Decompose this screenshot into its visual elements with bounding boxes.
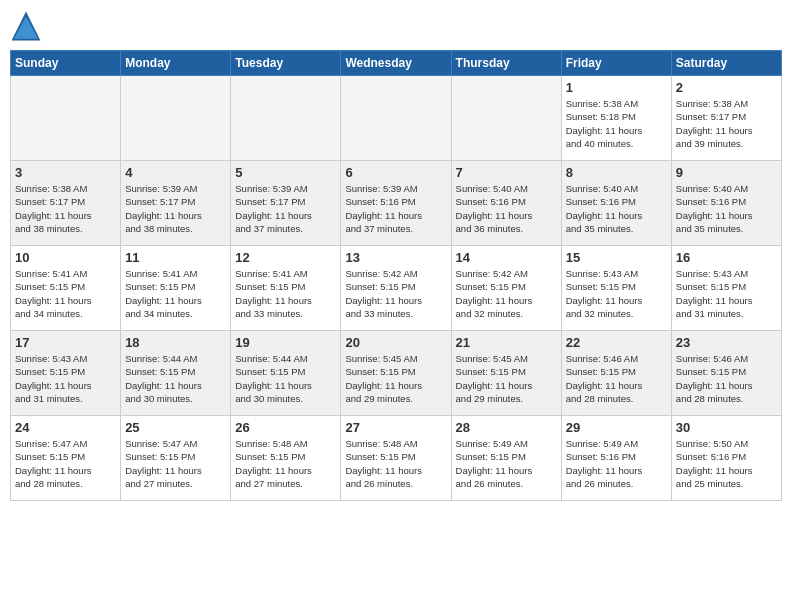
calendar-cell: 15Sunrise: 5:43 AM Sunset: 5:15 PM Dayli… (561, 246, 671, 331)
day-number: 13 (345, 250, 446, 265)
page-header (10, 10, 782, 42)
calendar-cell: 13Sunrise: 5:42 AM Sunset: 5:15 PM Dayli… (341, 246, 451, 331)
calendar-cell: 19Sunrise: 5:44 AM Sunset: 5:15 PM Dayli… (231, 331, 341, 416)
calendar-cell: 2Sunrise: 5:38 AM Sunset: 5:17 PM Daylig… (671, 76, 781, 161)
calendar-cell: 1Sunrise: 5:38 AM Sunset: 5:18 PM Daylig… (561, 76, 671, 161)
header-saturday: Saturday (671, 51, 781, 76)
day-number: 7 (456, 165, 557, 180)
day-number: 16 (676, 250, 777, 265)
calendar-table: SundayMondayTuesdayWednesdayThursdayFrid… (10, 50, 782, 501)
day-number: 14 (456, 250, 557, 265)
calendar-cell: 21Sunrise: 5:45 AM Sunset: 5:15 PM Dayli… (451, 331, 561, 416)
day-number: 2 (676, 80, 777, 95)
day-number: 30 (676, 420, 777, 435)
day-info: Sunrise: 5:46 AM Sunset: 5:15 PM Dayligh… (566, 352, 667, 405)
calendar-week-row: 1Sunrise: 5:38 AM Sunset: 5:18 PM Daylig… (11, 76, 782, 161)
day-number: 23 (676, 335, 777, 350)
calendar-cell (121, 76, 231, 161)
day-info: Sunrise: 5:44 AM Sunset: 5:15 PM Dayligh… (235, 352, 336, 405)
day-info: Sunrise: 5:38 AM Sunset: 5:18 PM Dayligh… (566, 97, 667, 150)
day-number: 17 (15, 335, 116, 350)
calendar-cell: 30Sunrise: 5:50 AM Sunset: 5:16 PM Dayli… (671, 416, 781, 501)
calendar-cell: 25Sunrise: 5:47 AM Sunset: 5:15 PM Dayli… (121, 416, 231, 501)
day-info: Sunrise: 5:50 AM Sunset: 5:16 PM Dayligh… (676, 437, 777, 490)
day-info: Sunrise: 5:42 AM Sunset: 5:15 PM Dayligh… (456, 267, 557, 320)
day-number: 19 (235, 335, 336, 350)
day-info: Sunrise: 5:41 AM Sunset: 5:15 PM Dayligh… (125, 267, 226, 320)
calendar-cell (231, 76, 341, 161)
day-info: Sunrise: 5:39 AM Sunset: 5:17 PM Dayligh… (125, 182, 226, 235)
calendar-cell: 8Sunrise: 5:40 AM Sunset: 5:16 PM Daylig… (561, 161, 671, 246)
day-info: Sunrise: 5:48 AM Sunset: 5:15 PM Dayligh… (235, 437, 336, 490)
day-info: Sunrise: 5:38 AM Sunset: 5:17 PM Dayligh… (15, 182, 116, 235)
day-number: 1 (566, 80, 667, 95)
day-info: Sunrise: 5:44 AM Sunset: 5:15 PM Dayligh… (125, 352, 226, 405)
svg-marker-1 (14, 16, 38, 38)
logo (10, 10, 46, 42)
day-number: 26 (235, 420, 336, 435)
day-info: Sunrise: 5:40 AM Sunset: 5:16 PM Dayligh… (566, 182, 667, 235)
calendar-week-row: 17Sunrise: 5:43 AM Sunset: 5:15 PM Dayli… (11, 331, 782, 416)
day-info: Sunrise: 5:43 AM Sunset: 5:15 PM Dayligh… (15, 352, 116, 405)
header-thursday: Thursday (451, 51, 561, 76)
calendar-cell (451, 76, 561, 161)
calendar-cell: 7Sunrise: 5:40 AM Sunset: 5:16 PM Daylig… (451, 161, 561, 246)
calendar-cell: 29Sunrise: 5:49 AM Sunset: 5:16 PM Dayli… (561, 416, 671, 501)
day-info: Sunrise: 5:39 AM Sunset: 5:17 PM Dayligh… (235, 182, 336, 235)
header-friday: Friday (561, 51, 671, 76)
day-info: Sunrise: 5:48 AM Sunset: 5:15 PM Dayligh… (345, 437, 446, 490)
day-number: 8 (566, 165, 667, 180)
day-number: 25 (125, 420, 226, 435)
calendar-cell: 28Sunrise: 5:49 AM Sunset: 5:15 PM Dayli… (451, 416, 561, 501)
day-number: 11 (125, 250, 226, 265)
day-number: 18 (125, 335, 226, 350)
calendar-week-row: 3Sunrise: 5:38 AM Sunset: 5:17 PM Daylig… (11, 161, 782, 246)
calendar-cell: 26Sunrise: 5:48 AM Sunset: 5:15 PM Dayli… (231, 416, 341, 501)
day-info: Sunrise: 5:49 AM Sunset: 5:15 PM Dayligh… (456, 437, 557, 490)
calendar-cell: 18Sunrise: 5:44 AM Sunset: 5:15 PM Dayli… (121, 331, 231, 416)
header-sunday: Sunday (11, 51, 121, 76)
day-number: 27 (345, 420, 446, 435)
day-number: 21 (456, 335, 557, 350)
day-number: 28 (456, 420, 557, 435)
day-info: Sunrise: 5:41 AM Sunset: 5:15 PM Dayligh… (235, 267, 336, 320)
calendar-cell: 10Sunrise: 5:41 AM Sunset: 5:15 PM Dayli… (11, 246, 121, 331)
header-wednesday: Wednesday (341, 51, 451, 76)
day-info: Sunrise: 5:43 AM Sunset: 5:15 PM Dayligh… (676, 267, 777, 320)
header-tuesday: Tuesday (231, 51, 341, 76)
day-number: 20 (345, 335, 446, 350)
calendar-cell: 4Sunrise: 5:39 AM Sunset: 5:17 PM Daylig… (121, 161, 231, 246)
day-info: Sunrise: 5:40 AM Sunset: 5:16 PM Dayligh… (456, 182, 557, 235)
calendar-cell: 12Sunrise: 5:41 AM Sunset: 5:15 PM Dayli… (231, 246, 341, 331)
calendar-cell (11, 76, 121, 161)
calendar-cell: 22Sunrise: 5:46 AM Sunset: 5:15 PM Dayli… (561, 331, 671, 416)
calendar-cell: 16Sunrise: 5:43 AM Sunset: 5:15 PM Dayli… (671, 246, 781, 331)
day-number: 3 (15, 165, 116, 180)
calendar-cell: 20Sunrise: 5:45 AM Sunset: 5:15 PM Dayli… (341, 331, 451, 416)
calendar-header-row: SundayMondayTuesdayWednesdayThursdayFrid… (11, 51, 782, 76)
day-info: Sunrise: 5:46 AM Sunset: 5:15 PM Dayligh… (676, 352, 777, 405)
day-number: 15 (566, 250, 667, 265)
calendar-week-row: 10Sunrise: 5:41 AM Sunset: 5:15 PM Dayli… (11, 246, 782, 331)
day-info: Sunrise: 5:43 AM Sunset: 5:15 PM Dayligh… (566, 267, 667, 320)
calendar-cell: 3Sunrise: 5:38 AM Sunset: 5:17 PM Daylig… (11, 161, 121, 246)
day-info: Sunrise: 5:40 AM Sunset: 5:16 PM Dayligh… (676, 182, 777, 235)
day-info: Sunrise: 5:38 AM Sunset: 5:17 PM Dayligh… (676, 97, 777, 150)
calendar-cell: 11Sunrise: 5:41 AM Sunset: 5:15 PM Dayli… (121, 246, 231, 331)
calendar-cell: 6Sunrise: 5:39 AM Sunset: 5:16 PM Daylig… (341, 161, 451, 246)
calendar-cell: 5Sunrise: 5:39 AM Sunset: 5:17 PM Daylig… (231, 161, 341, 246)
day-info: Sunrise: 5:41 AM Sunset: 5:15 PM Dayligh… (15, 267, 116, 320)
logo-icon (10, 10, 42, 42)
header-monday: Monday (121, 51, 231, 76)
day-info: Sunrise: 5:42 AM Sunset: 5:15 PM Dayligh… (345, 267, 446, 320)
day-info: Sunrise: 5:39 AM Sunset: 5:16 PM Dayligh… (345, 182, 446, 235)
day-number: 9 (676, 165, 777, 180)
day-number: 24 (15, 420, 116, 435)
calendar-cell: 17Sunrise: 5:43 AM Sunset: 5:15 PM Dayli… (11, 331, 121, 416)
day-info: Sunrise: 5:45 AM Sunset: 5:15 PM Dayligh… (456, 352, 557, 405)
calendar-week-row: 24Sunrise: 5:47 AM Sunset: 5:15 PM Dayli… (11, 416, 782, 501)
day-number: 10 (15, 250, 116, 265)
day-number: 12 (235, 250, 336, 265)
day-number: 29 (566, 420, 667, 435)
calendar-cell: 23Sunrise: 5:46 AM Sunset: 5:15 PM Dayli… (671, 331, 781, 416)
